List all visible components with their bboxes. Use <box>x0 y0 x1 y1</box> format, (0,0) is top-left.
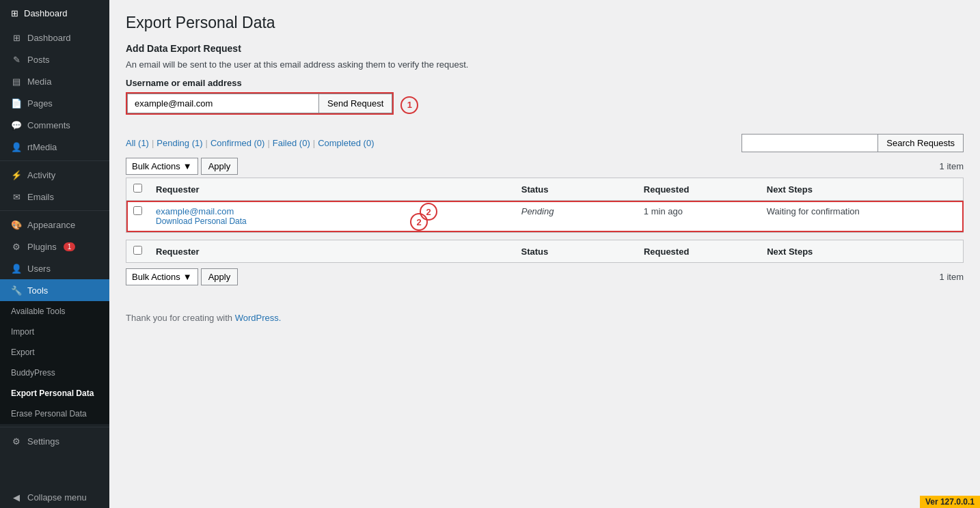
wp-logo-icon: ⊞ <box>11 8 18 18</box>
filter-failed[interactable]: Failed (0) <box>273 138 310 148</box>
bulk-bottom-dropdown-icon: ▼ <box>183 272 192 282</box>
filter-links: All (1) | Pending (1) | Confirmed (0) | … <box>126 138 375 148</box>
bottom-actions-bar: Bulk Actions ▼ Apply 1 item <box>126 268 964 285</box>
top-actions-left: Bulk Actions ▼ Apply <box>126 158 238 175</box>
tools-submenu: Available Tools Import Export BuddyPress… <box>0 301 109 424</box>
requests-table-top: Requester Status Requested Next Steps <box>126 178 964 233</box>
sidebar-item-collapse[interactable]: ◀ Collapse menu <box>0 486 109 508</box>
download-personal-data-link[interactable]: Download Personal Data <box>156 216 508 226</box>
section-title: Add Data Export Request <box>126 43 964 54</box>
th-status-top: Status <box>515 178 637 201</box>
footer: Thank you for creating with WordPress. <box>126 313 964 323</box>
top-item-count: 1 item <box>940 161 964 171</box>
sidebar-item-import[interactable]: Import <box>0 322 109 342</box>
status-pending: Pending <box>521 206 554 216</box>
sidebar-item-posts[interactable]: ✎ Posts <box>0 48 109 70</box>
th-status-bottom: Status <box>515 240 637 263</box>
sidebar-item-media[interactable]: ▤ Media <box>0 70 109 92</box>
sidebar-item-buddypress[interactable]: BuddyPress <box>0 363 109 383</box>
sidebar-item-tools[interactable]: 🔧 Tools <box>0 279 109 301</box>
main-content: Export Personal Data Add Data Export Req… <box>109 0 980 508</box>
filter-pending[interactable]: Pending (1) <box>156 138 202 148</box>
collapse-icon: ◀ <box>11 492 22 503</box>
bottom-item-count: 1 item <box>940 272 964 282</box>
bulk-actions-top-select[interactable]: Bulk Actions ▼ <box>126 158 198 175</box>
td-requested-row1: 1 min ago <box>637 201 760 232</box>
filter-confirmed[interactable]: Confirmed (0) <box>210 138 264 148</box>
section-desc: An email will be sent to the user at thi… <box>126 59 964 70</box>
posts-icon: ✎ <box>11 54 22 65</box>
sidebar-item-activity[interactable]: ⚡ Activity <box>0 164 109 186</box>
email-input[interactable] <box>127 94 318 113</box>
field-label: Username or email address <box>126 78 964 88</box>
sidebar-divider-2 <box>0 210 109 211</box>
sidebar-item-erase-personal-data[interactable]: Erase Personal Data <box>0 404 109 424</box>
sidebar-logo: ⊞ Dashboard <box>0 0 109 27</box>
version-badge: Ver 127.0.0.1 <box>920 496 980 508</box>
th-requester-bottom: Requester <box>149 240 515 263</box>
sidebar-item-appearance[interactable]: 🎨 Appearance <box>0 214 109 236</box>
td-nextsteps-row1: Waiting for confirmation <box>760 201 964 232</box>
plugins-badge: 1 <box>64 242 76 251</box>
rtmedia-icon: 👤 <box>11 141 22 152</box>
sidebar-item-users[interactable]: 👤 Users <box>0 257 109 279</box>
sidebar-divider-3 <box>0 427 109 427</box>
users-icon: 👤 <box>11 263 22 274</box>
comments-icon: 💬 <box>11 119 22 130</box>
activity-icon: ⚡ <box>11 169 22 180</box>
filter-bar: All (1) | Pending (1) | Confirmed (0) | … <box>126 134 964 152</box>
th-requester-top: Requester <box>149 178 515 201</box>
pages-icon: 📄 <box>11 98 22 109</box>
plugins-icon: ⚙ <box>11 241 22 252</box>
td-checkbox-row1 <box>126 201 150 232</box>
settings-icon: ⚙ <box>11 436 22 447</box>
dashboard-icon: ⊞ <box>11 32 22 43</box>
sidebar-item-plugins[interactable]: ⚙ Plugins 1 <box>0 236 109 257</box>
sidebar-item-comments[interactable]: 💬 Comments <box>0 114 109 136</box>
bulk-actions-bottom-select[interactable]: Bulk Actions ▼ <box>126 268 198 285</box>
send-request-button[interactable]: Send Request <box>318 94 392 113</box>
sidebar-item-pages[interactable]: 📄 Pages <box>0 92 109 114</box>
bottom-actions-left: Bulk Actions ▼ Apply <box>126 268 238 285</box>
filter-completed[interactable]: Completed (0) <box>318 138 374 148</box>
sidebar-item-available-tools[interactable]: Available Tools <box>0 301 109 322</box>
media-icon: ▤ <box>11 76 22 87</box>
sidebar-item-dashboard[interactable]: ⊞ Dashboard <box>0 27 109 48</box>
filter-all[interactable]: All (1) <box>126 138 149 148</box>
request-form-row: Send Request <box>126 92 394 115</box>
form-row-wrapper: Send Request 1 <box>126 92 964 117</box>
th-nextsteps-bottom: Next Steps <box>760 240 963 263</box>
search-input[interactable] <box>741 134 878 152</box>
requester-email-link[interactable]: example@mail.com <box>156 206 508 216</box>
select-all-top-checkbox[interactable] <box>133 184 142 193</box>
wordpress-link[interactable]: WordPress. <box>235 313 282 323</box>
th-nextsteps-top: Next Steps <box>760 178 964 201</box>
th-checkbox-top <box>126 178 150 201</box>
apply-bottom-button[interactable]: Apply <box>201 268 239 285</box>
th-requested-bottom: Requested <box>637 240 760 263</box>
top-actions-bar: Bulk Actions ▼ Apply 1 item <box>126 158 964 175</box>
annotation-2: 2 <box>420 203 437 221</box>
tools-icon: 🔧 <box>11 285 22 296</box>
sidebar-item-export-personal-data[interactable]: Export Personal Data <box>0 383 109 404</box>
annotation-1: 1 <box>400 96 418 114</box>
td-requester-row1: example@mail.com Download Personal Data <box>149 201 515 232</box>
sidebar-divider-1 <box>0 160 109 161</box>
sidebar-item-settings[interactable]: ⚙ Settings <box>0 430 109 452</box>
sidebar-item-emails[interactable]: ✉ Emails <box>0 186 109 208</box>
select-all-bottom-checkbox[interactable] <box>133 246 142 255</box>
requests-table-bottom: Requester Status Requested Next Steps <box>126 240 964 263</box>
apply-top-button[interactable]: Apply <box>201 158 239 175</box>
row1-checkbox[interactable] <box>133 206 142 215</box>
appearance-icon: 🎨 <box>11 219 22 230</box>
th-checkbox-bottom <box>126 240 150 263</box>
td-status-row1: Pending <box>515 201 637 232</box>
sidebar-item-export[interactable]: Export <box>0 342 109 363</box>
table-row-highlighted: example@mail.com Download Personal Data … <box>126 201 964 232</box>
sidebar: ⊞ Dashboard ⊞ Dashboard ✎ Posts ▤ Media … <box>0 0 109 508</box>
bulk-dropdown-icon: ▼ <box>183 161 192 171</box>
search-requests-button[interactable]: Search Requests <box>878 134 964 152</box>
sidebar-item-rtmedia[interactable]: 👤 rtMedia <box>0 136 109 158</box>
page-title: Export Personal Data <box>126 14 964 32</box>
search-box: Search Requests <box>741 134 964 152</box>
